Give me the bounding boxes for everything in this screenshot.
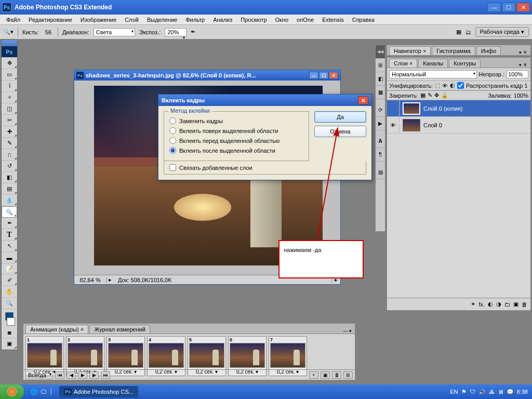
strip-para-icon[interactable]: ¶ — [376, 148, 385, 162]
unify-pos-icon[interactable]: ⬚ — [435, 82, 440, 89]
new-layer-icon[interactable]: ▣ — [513, 301, 518, 308]
minimize-button[interactable]: — — [487, 3, 501, 12]
eraser-tool[interactable]: ◧◢ — [2, 172, 17, 183]
visibility-icon[interactable] — [387, 100, 400, 116]
dialog-titlebar[interactable]: Вклеить кадры ✕ — [158, 95, 371, 106]
play-button[interactable]: ▶ — [78, 371, 87, 379]
strip-layercomps-icon[interactable]: ▤ — [376, 166, 385, 179]
tab-histogram[interactable]: Гистограмма — [432, 46, 475, 55]
crop-tool[interactable]: ◫◢ — [2, 103, 17, 115]
strip-char-icon[interactable]: A — [376, 135, 385, 148]
panel-menu-icon[interactable]: ▾ ✕ — [518, 50, 528, 55]
radio-paste-after[interactable]: Вклеить после выделенной области — [169, 145, 303, 155]
taskbar-photoshop[interactable]: Ps Adobe Photoshop CS... — [59, 386, 138, 397]
brush-tool[interactable]: ✎◢ — [2, 138, 17, 149]
close-button[interactable]: ✕ — [516, 3, 530, 12]
tab-animation[interactable]: Анимация (кадры) × — [25, 325, 88, 334]
layer-row[interactable]: 👁 Слой 0 — [387, 117, 530, 134]
lock-pixels-icon[interactable]: ✎ — [428, 92, 432, 99]
menu-edit[interactable]: Редактирование — [24, 16, 76, 24]
strip-color-icon[interactable]: ◧ — [376, 72, 385, 86]
opacity-field[interactable]: 100% — [507, 70, 528, 78]
visibility-icon[interactable]: 👁 — [387, 117, 400, 133]
frame-thumbnail[interactable] — [270, 343, 305, 368]
adjustment-icon[interactable]: ◑ — [496, 301, 501, 308]
brush-size[interactable]: 56 — [43, 29, 54, 35]
menu-onone[interactable]: onOne — [292, 16, 318, 24]
layer-row[interactable]: Слой 0 (копия) — [387, 100, 530, 117]
strip-swatches-icon[interactable]: ▦ — [376, 86, 385, 99]
new-frame-button[interactable]: ▣ — [321, 371, 330, 379]
heal-tool[interactable]: ✚◢ — [2, 126, 17, 138]
radio-replace[interactable]: Заменить кадры — [169, 116, 303, 126]
toolbox-header[interactable] — [2, 40, 17, 46]
tray-icon[interactable]: ⚑ — [461, 389, 467, 395]
tab-navigator[interactable]: Навигатор × — [389, 46, 431, 55]
link-layers-icon[interactable]: ⚭ — [471, 301, 475, 308]
path-tool[interactable]: ↖◢ — [2, 241, 17, 252]
wand-tool[interactable]: ✧◢ — [2, 92, 17, 103]
marquee-tool[interactable]: ▭◢ — [2, 69, 17, 81]
screenmode-tool[interactable]: ▣◢ — [2, 338, 17, 350]
tray-icon[interactable]: 🛡 — [470, 389, 475, 395]
layer-thumbnail[interactable] — [403, 119, 420, 131]
dialog-close-button[interactable]: ✕ — [358, 96, 368, 104]
eyedropper-tool[interactable]: ✐◢ — [2, 275, 17, 286]
zoom-field[interactable]: 82,64 % — [74, 277, 107, 283]
range-dropdown[interactable]: Света — [94, 28, 135, 36]
menu-window[interactable]: Окно — [271, 16, 293, 24]
next-frame-button[interactable]: ▶ — [89, 371, 99, 379]
color-swatches[interactable] — [2, 311, 17, 327]
status-arrow-icon[interactable]: ▸ — [107, 276, 114, 283]
frame-thumbnail[interactable] — [27, 343, 62, 368]
radio-paste-over[interactable]: Вклеить поверх выделенной области — [169, 126, 303, 136]
tray-icon[interactable]: 💬 — [507, 389, 514, 395]
fill-field[interactable]: 100% — [514, 92, 528, 99]
prev-frame-button[interactable]: ◀ — [66, 371, 76, 379]
strip-navigator-icon[interactable]: ⊞ — [376, 59, 385, 72]
panel-menu-icon[interactable]: ▾ ✕ — [518, 62, 528, 68]
expoz-dropdown[interactable]: 20% — [165, 28, 187, 36]
dodge-tool[interactable]: 🔍◢ — [2, 206, 17, 218]
tool-preset-icon[interactable]: 🔍▾ — [3, 29, 14, 35]
last-frame-button[interactable]: ⏭ — [101, 371, 110, 379]
frame-thumbnail[interactable] — [149, 343, 184, 368]
menu-filter[interactable]: Фильтр — [181, 16, 209, 24]
frame-thumbnail[interactable] — [108, 343, 143, 368]
menu-select[interactable]: Выделение — [143, 16, 181, 24]
trash-icon[interactable]: 🗑 — [522, 301, 527, 308]
delete-frame-button[interactable]: 🗑 — [332, 371, 341, 379]
convert-timeline-button[interactable]: ⊞ — [343, 371, 353, 379]
frame-thumbnail[interactable] — [230, 343, 265, 368]
layer-name[interactable]: Слой 0 (копия) — [423, 105, 462, 112]
slice-tool[interactable]: ✂◢ — [2, 115, 17, 126]
tab-layers[interactable]: Слои × — [389, 59, 417, 68]
unify-style-icon[interactable]: ◐ — [450, 82, 455, 89]
propagate-checkbox[interactable] — [457, 82, 464, 89]
type-tool[interactable]: T◢ — [2, 229, 17, 241]
menu-file[interactable]: Файл — [2, 16, 24, 24]
first-frame-button[interactable]: ⏮ — [55, 371, 64, 379]
lock-trans-icon[interactable]: ▦ — [420, 92, 425, 99]
menu-analysis[interactable]: Анализ — [209, 16, 236, 24]
pen-tool[interactable]: ✒◢ — [2, 218, 17, 229]
menu-extensis[interactable]: Extensis — [318, 16, 348, 24]
tween-button[interactable]: ⚬ — [309, 371, 318, 379]
strip-actions-icon[interactable]: ▶ — [376, 117, 385, 130]
lock-pos-icon[interactable]: ✥ — [434, 92, 439, 99]
frame-thumbnail[interactable] — [189, 343, 224, 368]
ie-icon[interactable]: 🌐 — [30, 389, 37, 395]
lock-all-icon[interactable]: 🔒 — [441, 92, 448, 99]
tray-icon[interactable]: 🖥 — [498, 389, 503, 395]
tab-measurements[interactable]: Журнал измерений — [89, 325, 150, 334]
menu-image[interactable]: Изображение — [76, 16, 121, 24]
yes-button[interactable]: Да — [314, 111, 366, 123]
blend-mode-dropdown[interactable]: Нормальный — [389, 70, 477, 78]
fx-icon[interactable]: fx. — [478, 301, 485, 308]
desktop-icon[interactable]: 🖵 — [41, 389, 46, 395]
layer-name[interactable]: Слой 0 — [423, 122, 442, 128]
menu-layer[interactable]: Слой — [121, 16, 143, 24]
tab-channels[interactable]: Каналы — [418, 59, 448, 68]
hand-tool[interactable]: ✋ — [2, 286, 17, 298]
loop-dropdown[interactable]: Всегда — [25, 371, 53, 379]
